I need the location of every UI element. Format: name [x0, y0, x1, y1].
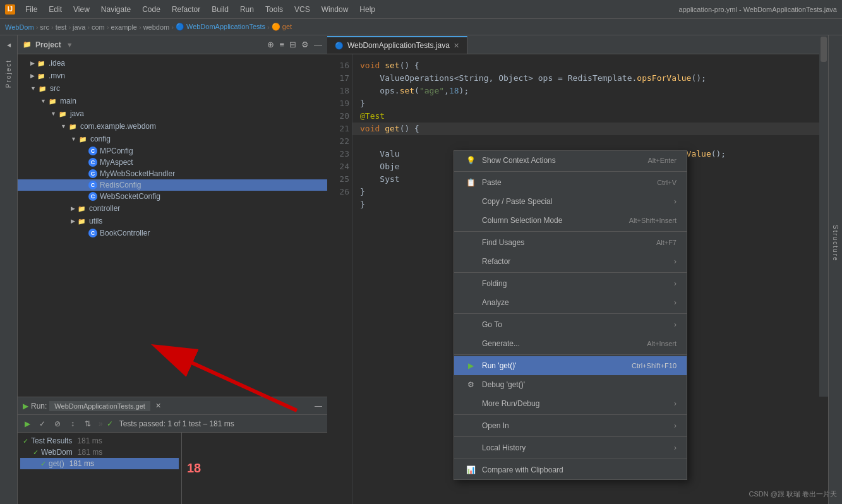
ctx-goto[interactable]: Go To ›: [454, 315, 687, 334]
run-item-webdom[interactable]: ✓ WebDom 181 ms: [20, 447, 179, 458]
project-panel-header: 📁 Project ▼ ⊕ ≡ ⊟ ⚙ —: [18, 35, 327, 54]
ctx-compare-clipboard[interactable]: 📊 Compare with Clipboard: [454, 460, 687, 479]
settings-icon[interactable]: ⚙: [301, 40, 309, 49]
minimize-run-button[interactable]: —: [315, 402, 322, 411]
run-toolbar: ▶ ✓ ⊘ ↕ ⇅ » ✓ Tests passed: 1 of 1 test …: [18, 415, 327, 433]
stop-button[interactable]: ✓: [35, 417, 49, 431]
folder-icon: 📁: [57, 109, 68, 119]
ctx-analyze[interactable]: Analyze ›: [454, 293, 687, 312]
breadcrumb-class[interactable]: 🔵 WebDomApplicationTests: [176, 23, 265, 31]
menu-vcs[interactable]: VCS: [289, 4, 315, 15]
bulb-icon: 💡: [464, 154, 477, 167]
ctx-open-in[interactable]: Open In ›: [454, 416, 687, 435]
run-green-icon: ▶: [464, 359, 477, 372]
ctx-run-get[interactable]: ▶ Run 'get()' Ctrl+Shift+F10: [454, 356, 687, 375]
menu-view[interactable]: View: [68, 4, 95, 15]
sort-alpha-button[interactable]: ⇅: [81, 417, 95, 431]
tab-close-button[interactable]: ✕: [454, 42, 459, 50]
ctx-refactor[interactable]: Refactor ›: [454, 252, 687, 271]
run-tab[interactable]: WebDomApplicationTests.get: [49, 401, 150, 411]
menu-tools[interactable]: Tools: [260, 4, 288, 15]
tree-item-controller[interactable]: ▶ 📁 controller: [18, 202, 327, 215]
ctx-show-context-actions[interactable]: 💡 Show Context Actions Alt+Enter: [454, 151, 687, 170]
tree-label: .idea: [49, 59, 65, 68]
tree-item-mywebsocket[interactable]: C MyWebSocketHandler: [18, 168, 327, 179]
tree-item-main[interactable]: ▼ 📁 main: [18, 95, 327, 107]
run-item-get[interactable]: ✓ get() 181 ms: [20, 458, 179, 469]
ctx-separator: [454, 459, 687, 459]
ctx-copy-paste-special[interactable]: Copy / Paste Special ›: [454, 192, 687, 211]
tree-item-myaspect[interactable]: C MyAspect: [18, 157, 327, 168]
tree-item-com-example[interactable]: ▼ 📁 com.example.webdom: [18, 120, 327, 133]
tree-item-bookcontroller[interactable]: C BookController: [18, 227, 327, 239]
ctx-separator: [454, 313, 687, 314]
tree-item-src[interactable]: ▼ 📁 src: [18, 82, 327, 95]
test-status: Tests passed: 1 of 1 test – 181 ms: [119, 419, 234, 428]
empty-icon: [464, 419, 477, 432]
menu-code[interactable]: Code: [137, 4, 165, 15]
ctx-local-history[interactable]: Local History ›: [454, 438, 687, 457]
run-tab-close[interactable]: ✕: [155, 402, 161, 410]
scrollbar-thumb[interactable]: [821, 37, 827, 62]
ctx-label: Go To: [482, 320, 671, 329]
arrow-icon: ▼: [51, 111, 56, 117]
ctx-folding[interactable]: Folding ›: [454, 274, 687, 293]
folder-icon: 📁: [78, 134, 88, 144]
right-sidebar-strip: Structure: [828, 35, 842, 504]
ctx-more-run-debug[interactable]: More Run/Debug ›: [454, 394, 687, 413]
menu-help[interactable]: Help: [354, 4, 380, 15]
breadcrumb-java[interactable]: java: [73, 23, 85, 31]
expand-all-icon[interactable]: ≡: [279, 40, 284, 49]
tree-item-utils[interactable]: ▶ 📁 utils: [18, 215, 327, 227]
breadcrumb-method[interactable]: 🟠 get: [272, 23, 292, 31]
empty-icon: [464, 195, 477, 208]
editor-tab-webdom[interactable]: 🔵 WebDomApplicationTests.java ✕: [327, 36, 467, 54]
menu-refactor[interactable]: Refactor: [167, 4, 205, 15]
tree-item-java[interactable]: ▼ 📁 java: [18, 107, 327, 120]
ctx-generate[interactable]: Generate... Alt+Insert: [454, 334, 687, 353]
ctx-paste[interactable]: 📋 Paste Ctrl+V: [454, 173, 687, 192]
tree-item-redisconfig[interactable]: C RedisConfig: [18, 179, 327, 191]
locate-icon[interactable]: ⊕: [267, 40, 274, 49]
rerun-failed-button[interactable]: ⊘: [51, 417, 64, 431]
run-item-label: get(): [49, 459, 64, 468]
breadcrumb-com[interactable]: com: [92, 23, 105, 31]
project-label: Project: [5, 59, 12, 88]
breadcrumb-test[interactable]: test: [56, 23, 67, 31]
run-button[interactable]: ▶: [20, 417, 34, 431]
menu-build[interactable]: Build: [207, 4, 234, 15]
breadcrumb-webdom2[interactable]: webdom: [143, 23, 170, 31]
breadcrumb: WebDom › src › test › java › com › examp…: [0, 19, 842, 35]
sort-button[interactable]: ↕: [66, 417, 80, 431]
breadcrumb-example[interactable]: example: [111, 23, 137, 31]
project-toggle-button[interactable]: ◀: [2, 38, 16, 52]
submenu-arrow-icon: ›: [674, 298, 677, 307]
run-item-results[interactable]: ✓ Test Results 181 ms: [20, 435, 179, 447]
tree-item-idea[interactable]: ▶ 📁 .idea: [18, 57, 327, 69]
vertical-scrollbar[interactable]: [819, 35, 828, 397]
ctx-separator: [454, 354, 687, 355]
menu-navigate[interactable]: Navigate: [96, 4, 136, 15]
tree-item-mvn[interactable]: ▶ 📁 .mvn: [18, 69, 327, 82]
ctx-label: Run 'get()': [482, 361, 627, 370]
menu-window[interactable]: Window: [316, 4, 354, 15]
project-dropdown-arrow[interactable]: ▼: [66, 41, 73, 49]
collapse-all-icon[interactable]: ⊟: [289, 40, 296, 49]
breadcrumb-webdom[interactable]: WebDom: [5, 23, 34, 31]
ctx-debug-get[interactable]: ⚙ Debug 'get()': [454, 375, 687, 394]
ctx-find-usages[interactable]: Find Usages Alt+F7: [454, 233, 687, 252]
tree-item-mpconfig[interactable]: C MPConfig: [18, 145, 327, 157]
main-layout: ◀ Project 📁 Project ▼ ⊕ ≡ ⊟ ⚙ — ▶ 📁 .ide…: [0, 35, 842, 504]
menu-run[interactable]: Run: [235, 4, 259, 15]
empty-icon: [464, 214, 477, 227]
breadcrumb-src[interactable]: src: [40, 23, 49, 31]
menu-bar: File Edit View Navigate Code Refactor Bu…: [20, 4, 380, 15]
tree-item-websocketconfig[interactable]: C WebSocketConfig: [18, 191, 327, 202]
menu-file[interactable]: File: [20, 4, 42, 15]
ctx-column-selection[interactable]: Column Selection Mode Alt+Shift+Insert: [454, 211, 687, 230]
ctx-label: Debug 'get()': [482, 380, 677, 389]
minimize-icon[interactable]: —: [314, 40, 322, 49]
menu-edit[interactable]: Edit: [44, 4, 67, 15]
tree-item-config[interactable]: ▼ 📁 config: [18, 133, 327, 145]
output-value: 18: [187, 461, 201, 476]
